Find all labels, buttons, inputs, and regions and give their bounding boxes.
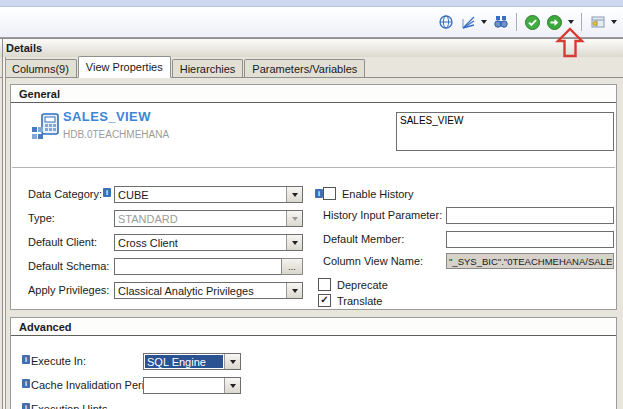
- info-icon: i: [22, 403, 30, 409]
- enable-history-checkbox[interactable]: [323, 187, 336, 200]
- view-package: HDB.0TEACHMEHANA: [63, 129, 169, 140]
- type-row: STANDARD: [114, 210, 303, 227]
- dropdown-caret-icon[interactable]: [611, 20, 617, 24]
- cache-invalidation-value: [144, 378, 224, 393]
- description-field[interactable]: SALES_VIEW: [396, 112, 614, 151]
- info-icon: i: [315, 189, 323, 198]
- panel-title: Details: [6, 42, 42, 54]
- check-icon: ✓: [320, 295, 328, 305]
- general-section: General SALES_VIEW HDB.0TEACHMEHANA SALE…: [10, 84, 617, 310]
- default-client-row: Cross Client: [114, 234, 303, 251]
- execute-in-row: SQL Engine: [143, 353, 241, 370]
- default-schema-row: ...: [114, 258, 303, 275]
- validate-icon[interactable]: [524, 14, 541, 31]
- annotation-arrow-icon: [555, 27, 585, 58]
- deprecate-checkbox[interactable]: [318, 278, 331, 291]
- default-member-label: Default Member:: [323, 233, 404, 246]
- apply-privileges-row: Classical Analytic Privileges: [114, 282, 303, 299]
- data-category-row: CUBE: [114, 186, 303, 203]
- info-icon: i: [22, 379, 30, 388]
- section-divider: [12, 167, 615, 168]
- dropdown-caret-icon[interactable]: [481, 20, 487, 24]
- browse-button[interactable]: ...: [281, 258, 303, 275]
- type-value: STANDARD: [115, 211, 286, 226]
- chevron-down-icon[interactable]: [286, 283, 302, 298]
- execute-in-value: SQL Engine: [145, 355, 223, 368]
- info-icon: i: [22, 355, 30, 364]
- apply-privileges-value: Classical Analytic Privileges: [115, 283, 286, 298]
- globe-icon[interactable]: [437, 14, 454, 31]
- default-client-label: Default Client:: [28, 236, 97, 249]
- panel-left-edge-inner: [5, 57, 6, 409]
- translate-row: ✓ Translate: [318, 292, 382, 309]
- data-category-label: Data Category:i: [28, 188, 112, 201]
- execute-in-label: iExecute In:: [21, 355, 86, 368]
- data-category-value: CUBE: [115, 187, 286, 202]
- enable-history-label: Enable History: [342, 188, 414, 200]
- default-schema-input[interactable]: [114, 258, 303, 275]
- data-category-select[interactable]: CUBE: [114, 186, 303, 203]
- details-panel-header: Details: [0, 38, 623, 57]
- chevron-down-icon[interactable]: [224, 354, 240, 369]
- execution-hints-label-clipped: iExecution Hints: [21, 403, 107, 409]
- hana-studio-details-view: Details Columns(9) View Properties Hiera…: [0, 0, 623, 409]
- apply-privileges-label: Apply Privileges:: [28, 284, 109, 297]
- view-properties-panel: General SALES_VIEW HDB.0TEACHMEHANA SALE…: [0, 78, 623, 409]
- default-schema-label: Default Schema:: [28, 260, 109, 273]
- find-icon[interactable]: [492, 14, 509, 31]
- chevron-down-icon: [286, 211, 302, 226]
- view-name: SALES_VIEW: [63, 109, 151, 124]
- top-strip: [0, 0, 623, 7]
- deprecate-label: Deprecate: [337, 279, 388, 291]
- column-view-name-label: Column View Name:: [323, 255, 423, 268]
- advanced-section-title: Advanced: [11, 318, 616, 336]
- tab-parameters-variables[interactable]: Parameters/Variables: [244, 59, 365, 77]
- tab-view-properties[interactable]: View Properties: [78, 56, 171, 78]
- chevron-down-icon[interactable]: [286, 235, 302, 250]
- main-toolbar: [0, 7, 623, 38]
- column-view-name-value: "_SYS_BIC"."0TEACHMEHANA/SALES_VIEW": [446, 253, 614, 269]
- cache-invalidation-select[interactable]: [143, 377, 241, 394]
- cache-invalidation-row: [143, 377, 241, 394]
- tab-bar: Columns(9) View Properties Hierarchies P…: [0, 57, 623, 78]
- tab-hierarchies[interactable]: Hierarchies: [172, 59, 244, 77]
- execute-in-select[interactable]: SQL Engine: [143, 353, 241, 370]
- chevron-down-icon[interactable]: [286, 187, 302, 202]
- apply-privileges-select[interactable]: Classical Analytic Privileges: [114, 282, 303, 299]
- general-section-title: General: [11, 85, 616, 103]
- type-label: Type:: [28, 212, 55, 225]
- analytic-view-icon: [31, 111, 61, 143]
- type-select: STANDARD: [114, 210, 303, 227]
- translate-checkbox[interactable]: ✓: [318, 294, 331, 307]
- tab-columns[interactable]: Columns(9): [4, 59, 77, 77]
- default-member-input[interactable]: [446, 231, 614, 248]
- info-icon: i: [103, 188, 111, 197]
- history-input-parameter-input[interactable]: [446, 207, 614, 224]
- default-client-select[interactable]: Cross Client: [114, 234, 303, 251]
- deprecate-row: Deprecate: [318, 276, 388, 293]
- chart-icon[interactable]: [459, 14, 476, 31]
- chevron-down-icon[interactable]: [224, 378, 240, 393]
- default-client-value: Cross Client: [115, 235, 286, 250]
- dropdown-caret-icon[interactable]: [568, 20, 574, 24]
- cache-invalidation-label: iCache Invalidation Period:: [21, 379, 159, 392]
- translate-label: Translate: [337, 295, 382, 307]
- toolbar-separator: [516, 13, 517, 31]
- enable-history-row: i Enable History: [314, 185, 414, 202]
- history-input-parameter-label: History Input Parameter:: [323, 209, 442, 222]
- advanced-section: Advanced iExecute In: SQL Engine iCache …: [10, 317, 617, 409]
- preview-icon[interactable]: [589, 14, 606, 31]
- toolbar-buttons: [437, 13, 617, 31]
